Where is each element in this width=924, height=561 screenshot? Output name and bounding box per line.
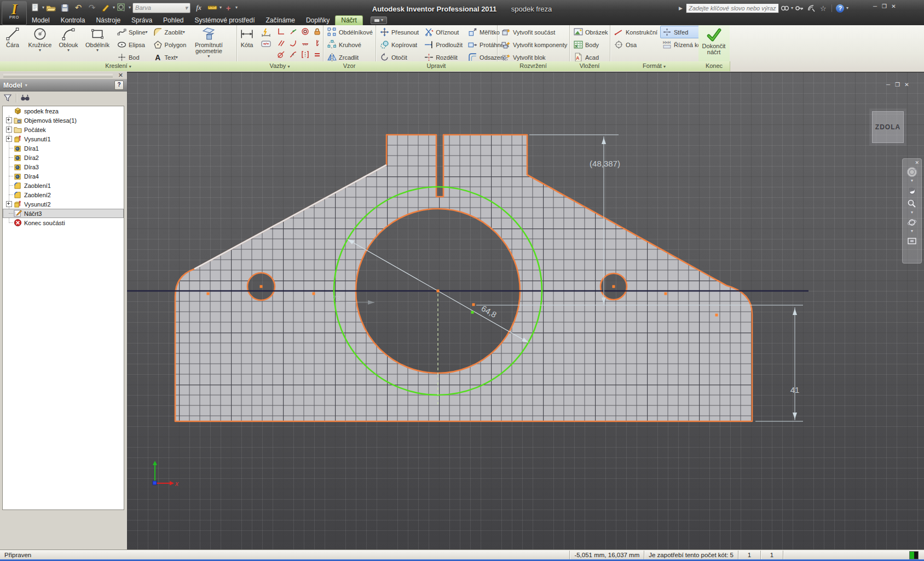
zoom-dropdown[interactable]: ▾ xyxy=(911,210,913,216)
copy-button[interactable]: Kopírovat xyxy=(378,38,421,51)
new-file-button[interactable] xyxy=(28,2,42,13)
tab-kontrola[interactable]: Kontrola xyxy=(55,16,91,25)
fillet-button[interactable]: Zaoblit▾ xyxy=(151,26,189,38)
subscription-key-icon[interactable] xyxy=(793,3,805,13)
tree-item-solid-bodies[interactable]: Objemová tělesa(1) xyxy=(3,116,124,125)
circular-pattern-button[interactable]: Kruhové xyxy=(325,38,375,51)
tree-item-root[interactable]: spodek freza xyxy=(3,106,124,116)
expand-icon[interactable] xyxy=(6,201,12,207)
navbar-close-icon[interactable]: ✕ xyxy=(915,160,919,165)
expand-icon[interactable] xyxy=(6,136,12,142)
insert-image-button[interactable]: Obrázek xyxy=(571,26,610,38)
selected-point[interactable] xyxy=(471,311,474,314)
panel-label-kresleni[interactable]: Kreslení▾ xyxy=(0,61,237,71)
panel-label-vazby[interactable]: Vazby▾ xyxy=(236,61,324,71)
move-button[interactable]: Přesunout xyxy=(378,26,421,38)
look-at-button[interactable] xyxy=(908,234,916,248)
circle-dropdown[interactable]: ▾ xyxy=(39,48,41,53)
undo-button[interactable]: ↶ xyxy=(72,2,85,13)
text-dropdown[interactable]: ▾ xyxy=(176,55,178,60)
steering-wheel-dropdown[interactable]: ▾ xyxy=(911,179,913,184)
tree-item-hole4[interactable]: Díra4 xyxy=(3,171,124,181)
fillet-dropdown[interactable]: ▾ xyxy=(183,30,185,35)
constraint-colinear-button[interactable] xyxy=(299,37,311,49)
line-button[interactable]: Čára xyxy=(0,26,25,48)
close-window-icon[interactable]: ✕ xyxy=(889,3,898,10)
rectangle-dropdown[interactable]: ▾ xyxy=(96,48,99,53)
finish-sketch-button[interactable]: Dokončit náčrt xyxy=(698,26,729,55)
find-binoculars-icon[interactable] xyxy=(20,94,30,102)
tree-item-hole3[interactable]: Díra3 xyxy=(3,162,124,171)
tree-item-end-of-part[interactable]: Konec součásti xyxy=(3,218,124,227)
color-combobox[interactable]: Barva ▾ xyxy=(132,3,190,13)
browser-grip[interactable]: ✕ xyxy=(0,72,127,79)
construction-button[interactable]: Konstrukční xyxy=(612,26,657,38)
project-geometry-dropdown[interactable]: ▾ xyxy=(207,54,210,59)
steering-wheel-button[interactable] xyxy=(906,165,918,179)
doc-restore-icon[interactable]: ❐ xyxy=(893,81,902,89)
select-dropdown[interactable]: ▾ xyxy=(129,5,131,10)
tree-item-sketch3-selected[interactable]: Náčrt3 xyxy=(3,209,124,218)
project-geometry-button[interactable]: Promítnutí geometrie ▾ xyxy=(192,26,226,59)
tab-pohled[interactable]: Pohled xyxy=(158,16,189,25)
trim-button[interactable]: Oříznout xyxy=(422,26,465,38)
spline-button[interactable]: Spline▾ xyxy=(115,26,150,38)
make-part-button[interactable]: Vytvořit součást xyxy=(499,26,569,38)
show-constraints-button[interactable] xyxy=(259,38,273,49)
tree-item-hole2[interactable]: Díra2 xyxy=(3,153,124,162)
arc-button[interactable]: Oblouk ▾ xyxy=(55,26,82,53)
tab-systemove-prostredi[interactable]: Systémové prostředí xyxy=(189,16,260,25)
material-button[interactable]: + xyxy=(222,2,235,13)
browser-title-dropdown[interactable]: ▾ xyxy=(25,83,27,88)
tree-item-fillet1[interactable]: Zaoblení1 xyxy=(3,181,124,190)
tree-item-fillet2[interactable]: Zaoblení2 xyxy=(3,190,124,199)
tab-nacrt-active[interactable]: Náčrt xyxy=(335,15,363,25)
tab-zaciname[interactable]: Začínáme xyxy=(261,16,301,25)
update-button[interactable] xyxy=(99,2,112,13)
tab-model[interactable]: Model xyxy=(26,16,55,25)
browser-help-button[interactable]: ? xyxy=(114,81,124,90)
auto-dimension-button[interactable] xyxy=(259,26,273,38)
extend-button[interactable]: Prodloužit xyxy=(422,38,465,51)
doc-close-icon[interactable]: ✕ xyxy=(902,81,911,89)
constraint-smooth-button[interactable] xyxy=(287,49,299,60)
select-button[interactable] xyxy=(115,2,128,13)
dimension-41[interactable]: 41 xyxy=(755,307,803,421)
ellipse-button[interactable]: Elipsa xyxy=(115,38,150,51)
dimension-button[interactable]: Kóta xyxy=(236,26,257,48)
constraint-coincident-button[interactable] xyxy=(287,26,299,37)
orbit-dropdown[interactable]: ▾ xyxy=(911,229,913,234)
restore-window-icon[interactable]: ❐ xyxy=(880,3,889,10)
constraint-parallel-button[interactable] xyxy=(275,37,287,49)
parameters-fx-button[interactable]: fx xyxy=(192,2,205,13)
viewcube[interactable]: ZDOLA xyxy=(872,111,904,143)
constraint-perpendicular-button[interactable] xyxy=(275,26,287,37)
make-components-button[interactable]: Vytvořit komponenty xyxy=(499,38,569,51)
tree-item-origin[interactable]: Počátek xyxy=(3,125,124,134)
tree-item-extrusion2[interactable]: Vysunutí2 xyxy=(3,199,124,209)
ribbon-display-options-button[interactable]: ▾ xyxy=(371,16,387,24)
constraint-concentric-button[interactable] xyxy=(299,26,311,37)
browser-close-icon[interactable]: ✕ xyxy=(118,72,123,79)
minimize-window-icon[interactable]: ─ xyxy=(870,3,880,10)
pan-button[interactable] xyxy=(907,184,917,197)
tree-item-extrusion1[interactable]: Vysunutí1 xyxy=(3,134,124,144)
orbit-button[interactable] xyxy=(907,216,917,229)
circle-button[interactable]: Kružnice ▾ xyxy=(25,26,55,53)
tab-doplnky[interactable]: Doplňky xyxy=(301,16,335,25)
browser-header[interactable]: Model ▾ ? xyxy=(0,79,127,91)
rectangle-button[interactable]: Obdélník ▾ xyxy=(82,26,113,53)
application-menu-button[interactable]: I PRO xyxy=(2,1,27,25)
constraint-fix-lock-button[interactable] xyxy=(311,26,323,37)
constraint-vertical-button[interactable] xyxy=(311,37,323,49)
measure-button[interactable] xyxy=(206,2,219,13)
insert-points-button[interactable]: X Body xyxy=(571,38,610,51)
doc-minimize-icon[interactable]: ─ xyxy=(883,81,893,89)
constraint-symmetric-button[interactable] xyxy=(299,49,311,60)
search-input[interactable] xyxy=(686,3,779,13)
redo-button[interactable]: ↷ xyxy=(85,2,99,13)
constraint-tangent-circle-button[interactable] xyxy=(275,49,287,60)
panel-label-format[interactable]: Formát▾ xyxy=(610,61,699,71)
tab-nastroje[interactable]: Nástroje xyxy=(90,16,126,25)
tree-item-hole1[interactable]: Díra1 xyxy=(3,144,124,153)
